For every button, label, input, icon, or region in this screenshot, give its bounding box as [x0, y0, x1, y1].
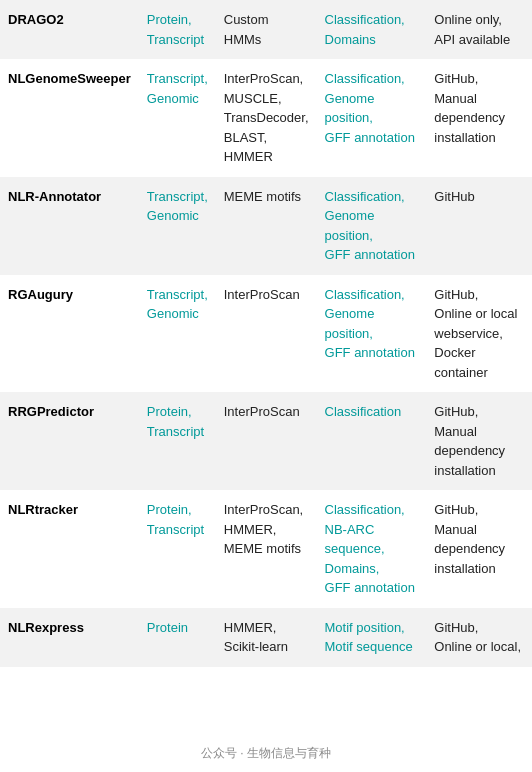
tool-dependencies: MEME motifs	[216, 177, 317, 275]
tool-output: Classification	[317, 392, 427, 490]
tool-name: NLRexpress	[0, 608, 139, 667]
tool-output: Classification,Genome position,GFF annot…	[317, 177, 427, 275]
watermark: 公众号 · 生物信息与育种	[201, 745, 331, 762]
tool-dependencies: InterProScan	[216, 275, 317, 393]
tool-name: RGAugury	[0, 275, 139, 393]
table-row: NLRtrackerProtein,TranscriptInterProScan…	[0, 490, 532, 608]
table-row: NLR-AnnotatorTranscript,GenomicMEME moti…	[0, 177, 532, 275]
tool-input: Protein,Transcript	[139, 0, 216, 59]
tool-availability: GitHub,Manual dependencyinstallation	[426, 490, 532, 608]
table-row: RGAuguryTranscript,GenomicInterProScanCl…	[0, 275, 532, 393]
tool-input: Protein	[139, 608, 216, 667]
tool-availability: GitHub,Online or local,	[426, 608, 532, 667]
tool-name: NLRtracker	[0, 490, 139, 608]
tool-name: NLR-Annotator	[0, 177, 139, 275]
table-row: NLRexpressProteinHMMER,Scikit-learnMotif…	[0, 608, 532, 667]
tool-input: Transcript,Genomic	[139, 177, 216, 275]
tool-availability: GitHub	[426, 177, 532, 275]
tool-output: Classification,Genome position,GFF annot…	[317, 59, 427, 177]
tool-dependencies: HMMER,Scikit-learn	[216, 608, 317, 667]
tool-name: NLGenomeSweeper	[0, 59, 139, 177]
tool-name: RRGPredictor	[0, 392, 139, 490]
tool-input: Transcript,Genomic	[139, 275, 216, 393]
tool-output: Motif position,Motif sequence	[317, 608, 427, 667]
tool-availability: Online only,API available	[426, 0, 532, 59]
tool-output: Classification,NB-ARC sequence,Domains,G…	[317, 490, 427, 608]
tool-name: DRAGO2	[0, 0, 139, 59]
tool-input: Protein,Transcript	[139, 490, 216, 608]
tool-availability: GitHub,Manual dependencyinstallation	[426, 392, 532, 490]
table-row: RRGPredictorProtein,TranscriptInterProSc…	[0, 392, 532, 490]
tool-input: Protein,Transcript	[139, 392, 216, 490]
table-row: NLGenomeSweeperTranscript,GenomicInterPr…	[0, 59, 532, 177]
tool-dependencies: InterProScan,MUSCLE,TransDecoder,BLAST,H…	[216, 59, 317, 177]
table-row: DRAGO2Protein,TranscriptCustomHMMsClassi…	[0, 0, 532, 59]
tool-dependencies: InterProScan	[216, 392, 317, 490]
tool-availability: GitHub,Online or localwebservice,Docker …	[426, 275, 532, 393]
tool-dependencies: CustomHMMs	[216, 0, 317, 59]
tool-dependencies: InterProScan,HMMER,MEME motifs	[216, 490, 317, 608]
tool-output: Classification,Genome position,GFF annot…	[317, 275, 427, 393]
tool-input: Transcript,Genomic	[139, 59, 216, 177]
tool-availability: GitHub,Manual dependencyinstallation	[426, 59, 532, 177]
tool-output: Classification,Domains	[317, 0, 427, 59]
tools-table: DRAGO2Protein,TranscriptCustomHMMsClassi…	[0, 0, 532, 667]
